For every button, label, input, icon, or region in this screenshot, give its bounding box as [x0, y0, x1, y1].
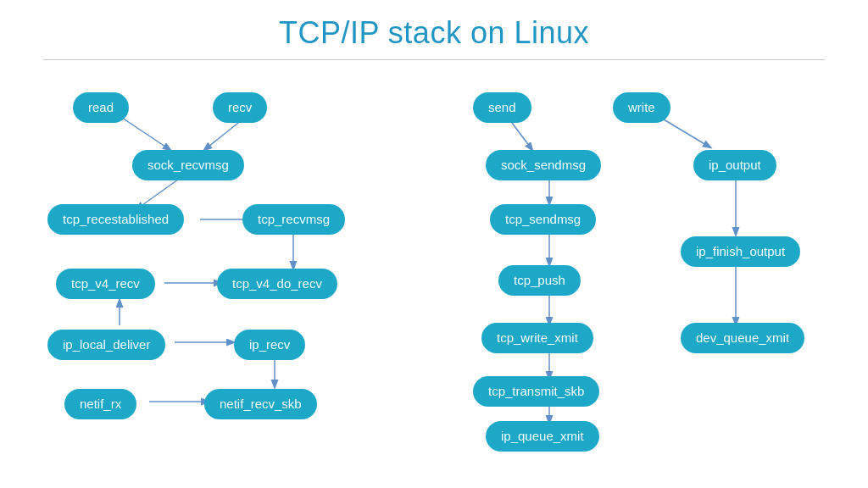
node-ip-finish-output: ip_finish_output: [681, 236, 800, 267]
node-tcp-sendmsg: tcp_sendmsg: [490, 204, 596, 235]
node-netif-rx: netif_rx: [64, 389, 136, 419]
page-title: TCP/IP stack on Linux: [0, 0, 868, 59]
node-tcp-write-xmit: tcp_write_xmit: [481, 323, 593, 353]
divider: [43, 59, 825, 60]
node-recv: recv: [213, 92, 267, 123]
node-ip-queue-xmit: ip_queue_xmit: [486, 421, 599, 452]
node-tcp-transmit-skb: tcp_transmit_skb: [473, 376, 599, 407]
left-diagram: read recv sock_recvmsg tcp_recestablishe…: [39, 75, 403, 440]
node-ip-local-deliver: ip_local_deliver: [47, 330, 165, 360]
svg-line-0: [120, 116, 170, 150]
node-read: read: [73, 92, 129, 123]
right-diagram: send write sock_sendmsg ip_output tcp_se…: [431, 75, 829, 440]
node-tcp-recvmsg: tcp_recvmsg: [242, 204, 345, 235]
node-sock-recvmsg: sock_recvmsg: [132, 150, 244, 180]
diagram-area: read recv sock_recvmsg tcp_recestablishe…: [0, 75, 868, 440]
node-send: send: [473, 92, 531, 123]
node-dev-queue-xmit: dev_queue_xmit: [681, 323, 804, 353]
node-sock-sendmsg: sock_sendmsg: [486, 150, 601, 180]
node-tcp-v4-recv: tcp_v4_recv: [56, 269, 155, 299]
node-ip-recv: ip_recv: [234, 330, 305, 360]
left-arrows: [39, 75, 403, 440]
node-ip-output: ip_output: [693, 150, 776, 180]
node-tcp-recestablished: tcp_recestablished: [47, 204, 184, 235]
node-write: write: [613, 92, 670, 123]
node-tcp-v4-do-recv: tcp_v4_do_recv: [217, 269, 337, 299]
node-netif-recv-skb: netif_recv_skb: [204, 389, 317, 419]
node-tcp-push: tcp_push: [498, 265, 581, 296]
